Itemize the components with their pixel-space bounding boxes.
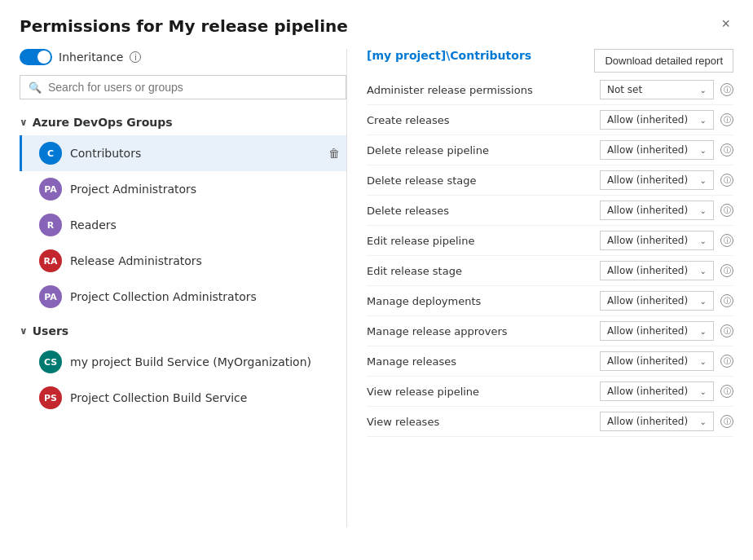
permission-dropdown-delete-release-pipeline[interactable]: Allow (inherited) ⌄ (600, 140, 714, 160)
permission-dropdown-edit-release-pipeline[interactable]: Allow (inherited) ⌄ (600, 231, 714, 250)
permission-dropdown-manage-release-approvers[interactable]: Allow (inherited) ⌄ (600, 321, 714, 341)
right-panel: [my project]\Contributors Administer rel… (347, 49, 733, 527)
permission-name: View release pipeline (367, 386, 600, 398)
permission-info-icon[interactable]: ⓘ (720, 415, 733, 428)
permissions-list: Administer release permissions Not set ⌄… (367, 75, 733, 437)
permission-row-create-releases: Create releases Allow (inherited) ⌄ ⓘ (367, 105, 733, 135)
permission-name: View releases (367, 416, 600, 428)
permission-value: Allow (inherited) (607, 114, 688, 126)
permission-dropdown-view-releases[interactable]: Allow (inherited) ⌄ (600, 412, 714, 431)
download-report-button[interactable]: Download detailed report (594, 49, 733, 73)
permission-row-delete-release-stage: Delete release stage Allow (inherited) ⌄… (367, 165, 733, 196)
avatar: PA (39, 285, 62, 308)
permission-name: Manage releases (367, 355, 600, 368)
user-label: Project Collection Build Service (70, 391, 320, 404)
permission-name: Manage release approvers (367, 325, 600, 337)
inheritance-row: Inheritance i (20, 49, 346, 65)
permission-info-icon[interactable]: ⓘ (720, 324, 733, 337)
permission-dropdown-delete-release-stage[interactable]: Allow (inherited) ⌄ (600, 170, 714, 190)
permission-info-icon[interactable]: ⓘ (720, 113, 733, 126)
permission-info-icon[interactable]: ⓘ (720, 174, 733, 187)
dialog-header: Permissions for My release pipeline × (20, 16, 733, 36)
chevron-down-icon: ⌄ (700, 357, 707, 366)
group-item-project-admins[interactable]: PA Project Administrators 🗑 (20, 171, 346, 207)
users-section-header[interactable]: ∨ Users (20, 321, 346, 341)
group-item-release-admins[interactable]: RA Release Administrators 🗑 (20, 243, 346, 279)
chevron-down-icon: ⌄ (700, 267, 707, 276)
permission-info-icon[interactable]: ⓘ (720, 83, 733, 96)
group-item-contributors[interactable]: C Contributors 🗑 (20, 135, 346, 171)
groups-section-header[interactable]: ∨ Azure DevOps Groups (20, 112, 346, 132)
avatar: RA (39, 249, 62, 272)
search-box: 🔍 (20, 75, 346, 99)
permissions-dialog: Permissions for My release pipeline × Do… (0, 0, 753, 560)
group-label: Contributors (70, 147, 320, 160)
inheritance-label: Inheritance (59, 51, 123, 64)
group-label: Readers (70, 218, 320, 231)
permission-row-edit-release-stage: Edit release stage Allow (inherited) ⌄ ⓘ (367, 256, 733, 286)
users-list: CS my project Build Service (MyOrganizat… (20, 344, 346, 416)
permission-row-delete-releases: Delete releases Allow (inherited) ⌄ ⓘ (367, 196, 733, 226)
inheritance-toggle[interactable] (20, 49, 52, 65)
group-item-project-collection-admins[interactable]: PA Project Collection Administrators 🗑 (20, 279, 346, 315)
chevron-down-icon: ⌄ (700, 146, 707, 155)
user-label: my project Build Service (MyOrganization… (70, 355, 320, 368)
permission-dropdown-manage-releases[interactable]: Allow (inherited) ⌄ (600, 351, 714, 371)
permission-info-icon[interactable]: ⓘ (720, 204, 733, 217)
group-label: Project Collection Administrators (70, 290, 320, 303)
permission-name: Manage deployments (367, 295, 600, 307)
permission-info-icon[interactable]: ⓘ (720, 143, 733, 157)
inheritance-info-icon[interactable]: i (130, 51, 141, 63)
permission-dropdown-create-releases[interactable]: Allow (inherited) ⌄ (600, 110, 714, 130)
groups-list: C Contributors 🗑 PA Project Administrato… (20, 135, 346, 315)
permission-dropdown-manage-deployments[interactable]: Allow (inherited) ⌄ (600, 291, 714, 311)
permission-value: Allow (inherited) (607, 325, 688, 337)
permission-name: Edit release pipeline (367, 235, 600, 247)
left-panel: Inheritance i 🔍 ∨ Azure DevOps Groups C … (20, 49, 347, 527)
permission-row-view-releases: View releases Allow (inherited) ⌄ ⓘ (367, 407, 733, 437)
permission-row-edit-release-pipeline: Edit release pipeline Allow (inherited) … (367, 226, 733, 256)
search-icon: 🔍 (29, 82, 42, 94)
permission-value: Allow (inherited) (607, 416, 688, 427)
group-item-readers[interactable]: R Readers 🗑 (20, 207, 346, 243)
groups-section-label: Azure DevOps Groups (33, 116, 173, 129)
close-button[interactable]: × (718, 16, 733, 31)
user-item-build-service[interactable]: CS my project Build Service (MyOrganizat… (20, 344, 346, 380)
permission-dropdown-edit-release-stage[interactable]: Allow (inherited) ⌄ (600, 261, 714, 280)
permission-info-icon[interactable]: ⓘ (720, 234, 733, 247)
permission-row-manage-deployments: Manage deployments Allow (inherited) ⌄ ⓘ (367, 286, 733, 316)
permission-name: Administer release permissions (367, 84, 600, 96)
chevron-down-icon: ⌄ (700, 176, 707, 185)
user-item-collection-build-service[interactable]: PS Project Collection Build Service 🗑 (20, 380, 346, 416)
group-label: Project Administrators (70, 183, 320, 196)
permission-row-view-release-pipeline: View release pipeline Allow (inherited) … (367, 377, 733, 407)
permission-value: Allow (inherited) (607, 386, 688, 397)
permission-row-administer-release: Administer release permissions Not set ⌄… (367, 75, 733, 105)
chevron-down-icon: ⌄ (700, 387, 707, 396)
permission-row-manage-release-approvers: Manage release approvers Allow (inherite… (367, 316, 733, 346)
permission-info-icon[interactable]: ⓘ (720, 264, 733, 277)
permission-dropdown-delete-releases[interactable]: Allow (inherited) ⌄ (600, 201, 714, 220)
permission-dropdown-administer-release[interactable]: Not set ⌄ (600, 80, 714, 99)
permission-info-icon[interactable]: ⓘ (720, 385, 733, 398)
permission-name: Delete releases (367, 205, 600, 217)
permission-row-delete-release-pipeline: Delete release pipeline Allow (inherited… (367, 135, 733, 165)
permission-info-icon[interactable]: ⓘ (720, 294, 733, 307)
chevron-down-icon: ⌄ (700, 236, 707, 245)
delete-icon[interactable]: 🗑 (328, 147, 340, 160)
avatar: R (39, 214, 62, 236)
permission-name: Edit release stage (367, 265, 600, 277)
permission-info-icon[interactable]: ⓘ (720, 355, 733, 368)
chevron-down-icon: ⌄ (700, 417, 707, 426)
permission-value: Allow (inherited) (607, 355, 688, 367)
chevron-down-icon: ⌄ (700, 116, 707, 125)
permission-value: Allow (inherited) (607, 265, 688, 276)
permission-row-manage-releases: Manage releases Allow (inherited) ⌄ ⓘ (367, 346, 733, 377)
users-chevron-icon: ∨ (20, 325, 28, 337)
users-section-label: Users (33, 324, 68, 337)
chevron-down-icon: ⌄ (700, 206, 707, 215)
permission-dropdown-view-release-pipeline[interactable]: Allow (inherited) ⌄ (600, 381, 714, 401)
permission-value: Allow (inherited) (607, 295, 688, 306)
search-input[interactable] (48, 81, 337, 94)
dialog-title: Permissions for My release pipeline (20, 16, 348, 36)
